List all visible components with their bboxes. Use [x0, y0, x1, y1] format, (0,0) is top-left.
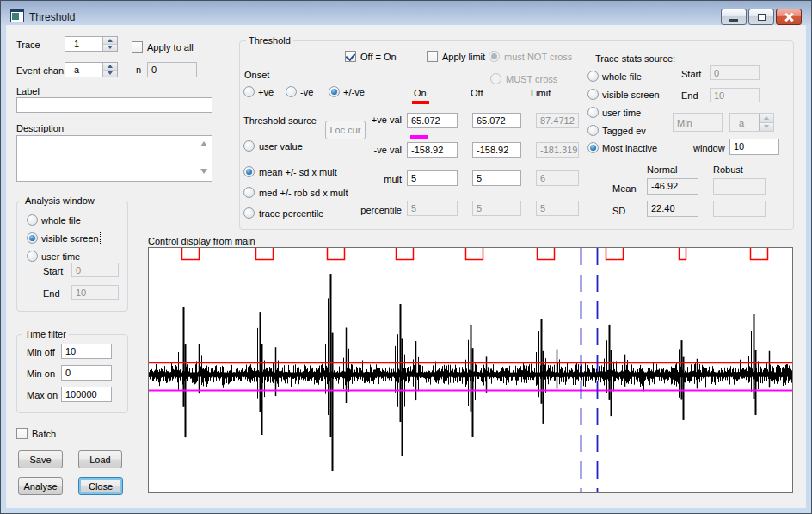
neg-on-field[interactable]: -158.92	[407, 142, 458, 158]
pos-on-field[interactable]: 65.072	[407, 113, 458, 128]
trace-spin-down-icon[interactable]	[103, 45, 117, 52]
maximize-icon	[758, 14, 766, 21]
mult-label: mult	[354, 174, 402, 184]
neg-off-field[interactable]: -158.92	[472, 142, 521, 158]
stats-tagged-ev-radio[interactable]	[587, 125, 599, 136]
source-user-value-label: user value	[259, 141, 303, 152]
min-on-label: Min on	[27, 368, 55, 379]
apply-to-all-checkbox[interactable]	[132, 41, 143, 53]
trace-stats-source-label: Trace stats source:	[595, 53, 675, 64]
analysis-visible-screen-radio[interactable]	[27, 232, 38, 244]
pos-off-field[interactable]: 65.072	[472, 113, 521, 128]
onset-pos-radio[interactable]	[243, 86, 255, 97]
batch-checkbox[interactable]	[16, 428, 28, 439]
mult-off-field[interactable]: 5	[472, 170, 521, 186]
stats-tagged-ev-label: Tagged ev	[602, 126, 646, 136]
n-count-field: 0	[147, 62, 197, 77]
min-off-field[interactable]: 10	[61, 344, 112, 359]
apply-limit-checkbox[interactable]	[427, 51, 438, 62]
stats-visible-screen-radio[interactable]	[587, 89, 599, 100]
stats-chan-spinner: a	[729, 113, 774, 132]
event-chan-label: Event chan	[16, 65, 64, 76]
stats-normal-header: Normal	[647, 164, 677, 175]
source-med-rob-radio[interactable]	[243, 187, 255, 198]
onset-neg-label: -ve	[300, 87, 313, 97]
app-icon	[10, 9, 24, 22]
source-trace-percentile-label: trace percentile	[259, 208, 323, 219]
analysis-whole-file-radio[interactable]	[27, 214, 38, 226]
stats-start-label: Start	[681, 69, 701, 79]
trace-value: 1	[65, 37, 102, 51]
batch-label: Batch	[32, 429, 56, 439]
stats-whole-file-label: whole file	[602, 71, 642, 82]
load-button[interactable]: Load	[78, 450, 122, 468]
analysis-end-field: 10	[71, 285, 119, 300]
stats-user-time-label: user time	[602, 108, 641, 118]
stats-mean-robust-field	[713, 178, 766, 195]
label-input[interactable]	[16, 97, 212, 113]
neg-threshold-color-swatch	[410, 135, 428, 139]
onset-neg-radio[interactable]	[286, 86, 297, 97]
off-eq-on-checkbox[interactable]	[345, 51, 356, 62]
mult-limit-field: 6	[536, 170, 579, 186]
max-on-label: Max on	[27, 390, 58, 400]
apply-to-all-label: Apply to all	[147, 42, 194, 53]
description-scroll-up-icon[interactable]	[200, 141, 207, 146]
save-button[interactable]: Save	[18, 450, 63, 468]
min-on-field[interactable]: 0	[61, 365, 112, 381]
minimize-button[interactable]	[721, 9, 747, 25]
stats-mean-label: Mean	[612, 183, 637, 194]
maximize-button[interactable]	[748, 9, 774, 25]
source-user-value-radio[interactable]	[243, 140, 255, 152]
stats-start-field: 0	[710, 65, 760, 80]
event-chan-spin-up-icon[interactable]	[103, 63, 117, 71]
min-off-label: Min off	[27, 347, 55, 357]
source-trace-percentile-radio[interactable]	[243, 207, 255, 219]
trace-spinner[interactable]: 1	[65, 36, 118, 52]
event-chan-spinner[interactable]: a	[65, 62, 118, 77]
description-input[interactable]	[16, 135, 212, 182]
stats-robust-header: Robust	[713, 164, 743, 175]
source-mean-sd-radio[interactable]	[243, 166, 255, 177]
analysis-visible-screen-label: visible screen	[41, 233, 99, 244]
stats-most-inactive-radio[interactable]	[587, 142, 599, 153]
source-med-rob-label: med +/- rob sd x mult	[259, 188, 348, 198]
stats-end-field: 10	[710, 88, 760, 102]
control-display-canvas[interactable]	[149, 248, 792, 492]
trace-spin-up-icon[interactable]	[103, 37, 117, 45]
stats-most-inactive-label: Most inactive	[602, 143, 657, 153]
analysis-start-field: 0	[71, 263, 119, 277]
onset-both-label: +/-ve	[343, 87, 365, 97]
stats-sd-normal-field: 22.40	[647, 201, 698, 217]
description-scroll-down-icon[interactable]	[200, 169, 207, 174]
stats-window-field[interactable]: 10	[729, 139, 779, 155]
time-filter-title: Time filter	[22, 329, 69, 339]
stats-min-combo: Min	[673, 113, 723, 132]
title-bar[interactable]: Threshold	[1, 1, 811, 26]
analysis-start-label: Start	[43, 266, 63, 276]
stats-chan-value: a	[730, 114, 759, 131]
analyse-button[interactable]: Analyse	[18, 477, 63, 495]
onset-both-radio[interactable]	[329, 86, 340, 97]
off-eq-on-label: Off = On	[360, 52, 397, 62]
close-window-button[interactable]	[776, 9, 802, 25]
analysis-user-time-radio[interactable]	[27, 251, 38, 262]
max-on-field[interactable]: 100000	[61, 387, 112, 402]
onset-label: Onset	[244, 70, 269, 80]
event-chan-spin-down-icon[interactable]	[103, 71, 117, 77]
analysis-whole-file-label: whole file	[41, 215, 81, 226]
mult-on-field[interactable]: 5	[407, 170, 458, 186]
must-not-cross-label: must NOT cross	[504, 52, 572, 62]
close-button[interactable]: Close	[78, 477, 123, 495]
onset-pos-label: +ve	[258, 87, 274, 97]
description-label: Description	[16, 123, 64, 133]
close-icon	[784, 13, 793, 22]
analysis-window-title: Analysis window	[22, 195, 97, 206]
stats-user-time-radio[interactable]	[587, 107, 599, 118]
control-display-caption: Control display from main	[148, 236, 255, 246]
col-on-header: On	[414, 88, 427, 98]
neg-val-label: -ve val	[354, 145, 402, 155]
threshold-group-title: Threshold	[246, 35, 293, 46]
stats-whole-file-radio[interactable]	[587, 71, 599, 82]
control-display[interactable]	[148, 247, 793, 493]
